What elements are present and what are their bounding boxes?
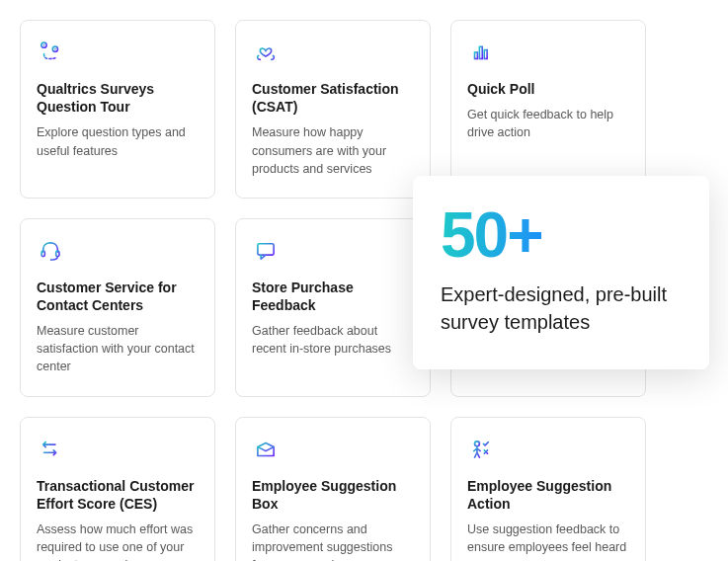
template-card[interactable]: Store Purchase Feedback Gather feedback … [235, 218, 431, 397]
card-desc: Use suggestion feedback to ensure employ… [467, 521, 629, 556]
template-card[interactable]: Qualtrics Surveys Question Tour Explore … [20, 20, 215, 199]
overlay-callout: 50+ Expert-designed, pre-built survey te… [413, 176, 709, 369]
card-title: Customer Satisfaction (CSAT) [252, 80, 414, 116]
svg-rect-6 [484, 50, 487, 59]
overlay-stat: 50+ [441, 203, 682, 267]
template-card[interactable]: Transactional Customer Effort Score (CES… [20, 417, 215, 562]
card-title: Employee Suggestion Action [467, 477, 629, 513]
template-card[interactable]: Quick Poll Get quick feedback to help dr… [450, 20, 646, 199]
svg-point-1 [43, 44, 45, 46]
route-pins-icon [37, 39, 64, 66]
suggestion-box-icon [252, 436, 280, 463]
svg-rect-4 [475, 52, 478, 59]
card-title: Store Purchase Feedback [252, 279, 414, 314]
template-card[interactable]: Customer Service for Contact Centers Mea… [20, 218, 215, 397]
heart-hands-icon [252, 39, 280, 66]
card-desc: Gather concerns and improvement suggesti… [252, 521, 414, 561]
card-desc: Gather feedback about recent in-store pu… [252, 322, 414, 358]
card-title: Transactional Customer Effort Score (CES… [37, 477, 199, 513]
person-check-icon [467, 436, 495, 463]
svg-point-3 [54, 48, 56, 50]
svg-rect-5 [479, 46, 482, 58]
svg-point-9 [50, 259, 52, 261]
card-title: Quick Poll [467, 80, 534, 98]
template-card[interactable]: Employee Suggestion Action Use suggestio… [450, 417, 646, 562]
card-desc: Get quick feedback to help drive action [467, 106, 629, 141]
card-desc: Explore question types and useful featur… [37, 123, 199, 159]
card-desc: Measure customer satisfaction with your … [37, 322, 199, 375]
template-card[interactable]: Customer Satisfaction (CSAT) Measure how… [235, 20, 431, 199]
arrows-swap-icon [37, 436, 64, 463]
headset-icon [37, 237, 64, 265]
card-desc: Assess how much effort was required to u… [37, 521, 199, 561]
card-title: Qualtrics Surveys Question Tour [37, 80, 199, 116]
card-title: Employee Suggestion Box [252, 477, 414, 513]
card-title: Customer Service for Contact Centers [37, 279, 199, 314]
overlay-subtitle: Expert-designed, pre-built survey templa… [441, 280, 682, 336]
bar-chart-icon [467, 39, 495, 66]
chat-bubble-icon [252, 237, 280, 265]
card-desc: Measure how happy consumers are with you… [252, 123, 414, 177]
template-card[interactable]: Employee Suggestion Box Gather concerns … [235, 417, 431, 562]
